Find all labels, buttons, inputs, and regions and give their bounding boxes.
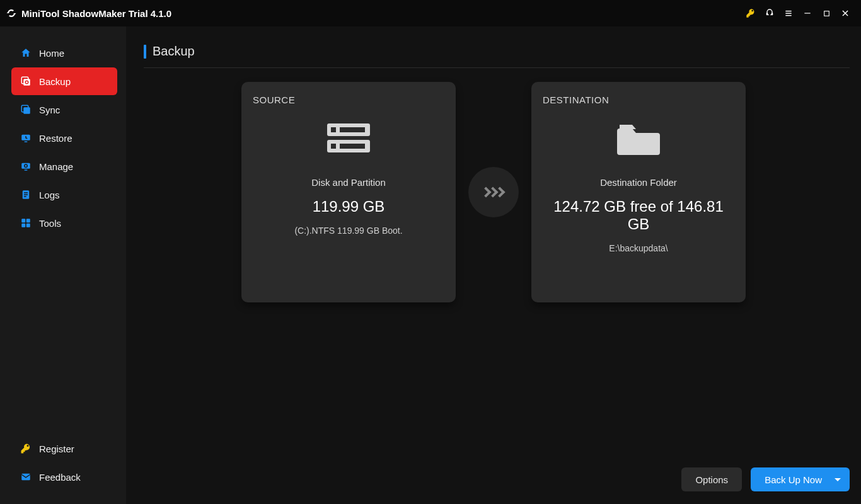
content-area: Backup SOURCE Disk and Partition <box>126 26 861 504</box>
svg-rect-23 <box>21 219 25 222</box>
sync-icon <box>19 104 33 115</box>
minimize-icon[interactable] <box>798 4 817 23</box>
destination-label: DESTINATION <box>543 94 734 105</box>
disk-icon <box>253 110 444 167</box>
dropdown-caret-icon <box>835 478 841 481</box>
sidebar-item-manage[interactable]: Manage <box>11 152 117 180</box>
sidebar-item-label: Tools <box>39 218 61 229</box>
app-title: MiniTool ShadowMaker Trial 4.1.0 <box>21 8 171 19</box>
license-key-icon[interactable] <box>741 4 760 23</box>
svg-rect-20 <box>24 192 28 193</box>
close-icon[interactable] <box>836 4 855 23</box>
restore-icon <box>19 132 33 144</box>
menu-icon[interactable] <box>779 4 798 23</box>
svg-rect-32 <box>331 144 336 149</box>
manage-icon <box>19 161 33 172</box>
sidebar-item-sync[interactable]: Sync <box>11 96 117 123</box>
title-bar: MiniTool ShadowMaker Trial 4.1.0 <box>0 0 861 26</box>
page-header: Backup <box>144 44 850 59</box>
key-icon <box>19 443 33 454</box>
header-divider <box>144 67 850 68</box>
source-title: Disk and Partition <box>253 177 444 188</box>
svg-rect-6 <box>785 15 791 16</box>
home-icon <box>19 47 33 59</box>
svg-rect-25 <box>21 224 25 227</box>
sidebar-item-label: Register <box>39 444 74 454</box>
svg-rect-30 <box>340 127 365 132</box>
sidebar-item-label: Backup <box>39 76 71 87</box>
options-button[interactable]: Options <box>681 467 742 491</box>
source-card[interactable]: SOURCE Disk and Partition 119.99 GB (C:)… <box>241 82 456 302</box>
sidebar-item-tools[interactable]: Tools <box>11 209 117 237</box>
sidebar-item-register[interactable]: Register <box>11 435 117 462</box>
sidebar-item-feedback[interactable]: Feedback <box>11 463 117 491</box>
sidebar-item-label: Logs <box>39 190 60 200</box>
svg-rect-29 <box>331 127 336 132</box>
svg-rect-4 <box>785 11 791 11</box>
sidebar-item-label: Feedback <box>39 472 81 483</box>
logs-icon <box>19 189 33 200</box>
svg-rect-10 <box>23 79 30 86</box>
destination-space: 124.72 GB free of 146.81 GB <box>543 198 734 233</box>
folder-icon <box>543 110 734 167</box>
transfer-direction <box>456 82 531 302</box>
source-size: 119.99 GB <box>253 198 444 215</box>
mail-icon <box>19 471 33 483</box>
backup-icon <box>19 76 33 87</box>
svg-rect-26 <box>26 224 30 227</box>
tools-icon <box>19 217 33 229</box>
backup-now-button-label: Back Up Now <box>765 474 822 485</box>
source-detail: (C:).NTFS 119.99 GB Boot. <box>253 226 444 236</box>
source-label: SOURCE <box>253 94 444 105</box>
sidebar-item-logs[interactable]: Logs <box>11 181 117 209</box>
backup-now-button[interactable]: Back Up Now <box>751 467 850 491</box>
svg-rect-3 <box>771 13 773 15</box>
svg-rect-17 <box>25 169 28 171</box>
svg-rect-21 <box>24 194 28 195</box>
sidebar-item-home[interactable]: Home <box>11 39 117 67</box>
destination-title: Destination Folder <box>543 177 734 188</box>
arrow-circle-icon <box>468 167 519 217</box>
sidebar-item-backup[interactable]: Backup <box>11 67 117 95</box>
svg-rect-5 <box>785 13 791 13</box>
svg-rect-2 <box>766 13 768 15</box>
svg-rect-33 <box>340 144 365 149</box>
destination-card[interactable]: DESTINATION Destination Folder 124.72 GB… <box>531 82 746 302</box>
sidebar-item-restore[interactable]: Restore <box>11 124 117 152</box>
page-title: Backup <box>153 44 195 59</box>
header-accent-bar <box>144 45 146 59</box>
sidebar: Home Backup <box>0 26 126 504</box>
svg-rect-8 <box>824 11 829 16</box>
destination-path: E:\backupdata\ <box>543 243 734 253</box>
sidebar-item-label: Sync <box>39 105 60 115</box>
app-logo-icon <box>5 7 18 20</box>
sidebar-item-label: Manage <box>39 161 73 172</box>
svg-rect-7 <box>804 13 810 13</box>
svg-rect-24 <box>26 219 30 222</box>
sidebar-item-label: Home <box>39 48 64 59</box>
svg-rect-16 <box>21 163 30 169</box>
svg-rect-15 <box>25 141 28 142</box>
help-icon[interactable] <box>760 4 779 23</box>
sidebar-item-label: Restore <box>39 133 72 144</box>
svg-rect-13 <box>23 107 30 114</box>
options-button-label: Options <box>695 474 728 485</box>
svg-rect-22 <box>24 196 26 197</box>
maximize-icon[interactable] <box>817 4 836 23</box>
